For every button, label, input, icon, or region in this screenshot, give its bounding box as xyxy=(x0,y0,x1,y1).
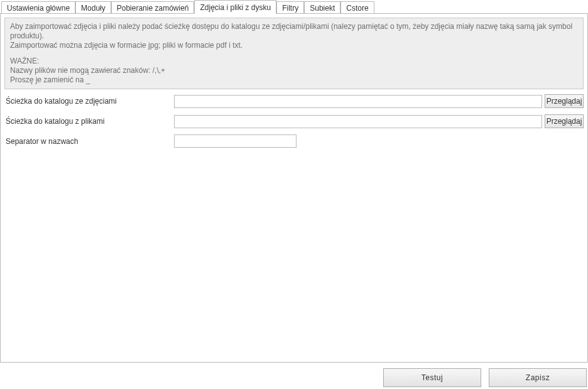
footer-button-bar: Testuj Zapisz xyxy=(0,363,588,389)
tab-filtry[interactable]: Filtry xyxy=(276,1,304,14)
label-image-path: Ścieżka do katalogu ze zdjęciami xyxy=(4,97,174,106)
label-file-path: Ścieżka do katalogu z plikami xyxy=(4,117,174,126)
info-line: Proszę je zamienić na _ xyxy=(10,75,578,85)
save-button[interactable]: Zapisz xyxy=(489,368,587,387)
input-file-path[interactable] xyxy=(174,115,542,128)
tab-ustawienia-glowne[interactable]: Ustawienia główne xyxy=(1,1,75,14)
tab-subiekt[interactable]: Subiekt xyxy=(304,1,340,14)
tab-zdjecia-i-pliki-z-dysku[interactable]: Zdjęcia i pliki z dysku xyxy=(194,0,276,14)
row-image-path: Ścieżka do katalogu ze zdjęciami Przeglą… xyxy=(4,94,584,108)
input-separator[interactable] xyxy=(174,134,297,148)
tab-bar: Ustawienia główne Moduły Pobieranie zamó… xyxy=(0,0,588,14)
tab-cstore[interactable]: Cstore xyxy=(340,1,374,14)
browse-image-path-button[interactable]: Przeglądaj xyxy=(545,94,584,108)
info-line: Aby zaimportować zdjęcia i pliki należy … xyxy=(10,22,578,41)
info-line: WAŻNE: xyxy=(10,57,578,66)
row-separator: Separator w nazwach xyxy=(4,134,584,148)
info-line: Zaimportować można zdjęcia w formacie jp… xyxy=(10,41,578,50)
row-file-path: Ścieżka do katalogu z plikami Przeglądaj xyxy=(4,114,584,128)
input-image-path[interactable] xyxy=(174,95,542,108)
tab-panel: Aby zaimportować zdjęcia i pliki należy … xyxy=(0,13,588,363)
browse-file-path-button[interactable]: Przeglądaj xyxy=(545,114,584,128)
tab-moduly[interactable]: Moduły xyxy=(75,1,111,14)
test-button[interactable]: Testuj xyxy=(383,368,481,387)
tab-pobieranie-zamowien[interactable]: Pobieranie zamówień xyxy=(111,1,195,14)
form-area: Ścieżka do katalogu ze zdjęciami Przeglą… xyxy=(4,89,584,154)
label-separator: Separator w nazwach xyxy=(4,137,174,146)
info-line: Nazwy plików nie mogą zawierać znaków: /… xyxy=(10,66,578,75)
info-box: Aby zaimportować zdjęcia i pliki należy … xyxy=(4,18,584,89)
